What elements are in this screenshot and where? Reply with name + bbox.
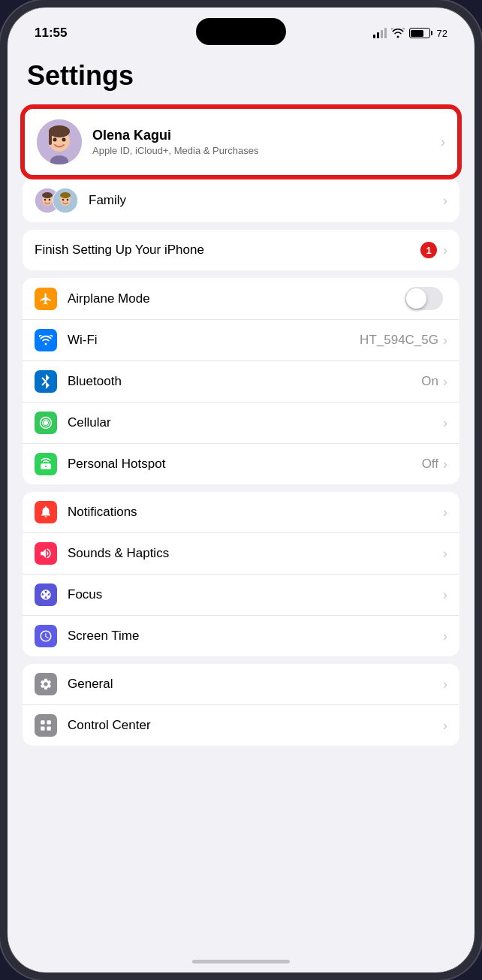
svg-point-18 — [45, 466, 47, 467]
airplane-mode-label: Airplane Mode — [68, 291, 405, 306]
general-chevron: › — [443, 677, 447, 692]
svg-point-5 — [62, 138, 66, 142]
status-icons: 72 — [373, 28, 447, 39]
wifi-row[interactable]: Wi-Fi HT_594C_5G › — [23, 320, 459, 361]
family-card[interactable]: Family › — [23, 179, 459, 222]
profile-row[interactable]: Olena Kagui Apple ID, iCloud+, Media & P… — [23, 107, 459, 177]
wifi-settings-icon — [35, 329, 57, 351]
family-row[interactable]: Family › — [23, 179, 459, 222]
svg-rect-19 — [41, 720, 44, 724]
control-center-chevron: › — [443, 718, 447, 734]
airplane-mode-row[interactable]: Airplane Mode — [23, 278, 459, 320]
hotspot-icon — [35, 453, 57, 475]
sounds-row[interactable]: Sounds & Haptics › — [23, 533, 459, 574]
control-center-row[interactable]: Control Center › — [23, 705, 459, 746]
dynamic-island — [196, 18, 286, 45]
screen-time-chevron: › — [443, 629, 447, 644]
svg-point-16 — [67, 199, 69, 201]
home-indicator — [192, 960, 290, 963]
hotspot-row[interactable]: Personal Hotspot Off › — [23, 444, 459, 484]
profile-subtitle: Apple ID, iCloud+, Media & Purchases — [92, 145, 441, 156]
bluetooth-icon — [35, 370, 57, 393]
network-settings-group: Airplane Mode Wi-Fi — [23, 278, 459, 484]
cellular-icon — [35, 412, 57, 434]
phone-frame: 11:55 — [0, 0, 482, 980]
svg-rect-22 — [47, 727, 51, 731]
family-avatars — [35, 188, 78, 213]
wifi-value: HT_594C_5G — [360, 333, 438, 348]
signal-icon — [373, 28, 387, 38]
svg-point-10 — [44, 199, 47, 201]
cellular-label: Cellular — [68, 415, 443, 430]
setup-chevron: › — [443, 243, 447, 258]
setup-label: Finish Setting Up Your iPhone — [35, 243, 420, 258]
svg-point-17 — [44, 421, 48, 425]
general-label: General — [68, 677, 443, 692]
focus-chevron: › — [443, 587, 447, 603]
control-center-icon — [35, 714, 57, 737]
hotspot-chevron: › — [443, 457, 447, 472]
family-chevron: › — [443, 193, 447, 209]
svg-point-15 — [62, 199, 65, 201]
notifications-icon — [35, 501, 57, 523]
setup-badge-area: 1 › — [420, 242, 447, 258]
svg-point-11 — [49, 199, 51, 201]
profile-avatar-svg — [37, 119, 82, 164]
screen-time-icon — [35, 625, 57, 647]
airplane-mode-toggle[interactable] — [405, 287, 443, 310]
screen-time-row[interactable]: Screen Time › — [23, 616, 459, 656]
notifications-label: Notifications — [68, 505, 443, 520]
cellular-chevron: › — [443, 415, 447, 431]
notifications-settings-group: Notifications › Sounds & Haptics › — [23, 492, 459, 656]
profile-avatar — [37, 119, 82, 164]
focus-row[interactable]: Focus › — [23, 574, 459, 616]
notifications-row[interactable]: Notifications › — [23, 492, 459, 533]
general-icon — [35, 673, 57, 695]
sounds-label: Sounds & Haptics — [68, 546, 443, 561]
setup-badge: 1 — [420, 242, 437, 258]
svg-point-9 — [42, 192, 53, 198]
focus-label: Focus — [68, 587, 443, 602]
setup-card[interactable]: Finish Setting Up Your iPhone 1 › — [23, 230, 459, 270]
bluetooth-chevron: › — [443, 374, 447, 390]
svg-point-4 — [53, 138, 57, 142]
bluetooth-value: On — [421, 374, 438, 389]
profile-info: Olena Kagui Apple ID, iCloud+, Media & P… — [92, 128, 441, 156]
page-title: Settings — [27, 60, 459, 92]
airplane-mode-icon — [35, 288, 57, 310]
battery-percent: 72 — [437, 28, 447, 39]
focus-icon — [35, 583, 57, 606]
family-avatar-2 — [53, 188, 78, 213]
bluetooth-label: Bluetooth — [68, 374, 421, 389]
battery-icon — [409, 28, 432, 38]
profile-name: Olena Kagui — [92, 128, 441, 143]
profile-chevron: › — [441, 134, 445, 150]
family-label: Family — [89, 193, 443, 208]
sounds-icon — [35, 542, 57, 565]
svg-rect-20 — [47, 720, 51, 724]
wifi-chevron: › — [443, 333, 447, 348]
control-center-label: Control Center — [68, 718, 443, 733]
svg-rect-3 — [49, 131, 52, 145]
screen-time-label: Screen Time — [68, 629, 443, 644]
wifi-icon — [391, 28, 405, 38]
screen: 11:55 — [8, 8, 474, 972]
general-settings-group: General › Control Center › — [23, 664, 459, 746]
svg-rect-21 — [41, 727, 44, 731]
wifi-label: Wi-Fi — [68, 333, 360, 348]
svg-point-2 — [49, 125, 70, 137]
bluetooth-row[interactable]: Bluetooth On › — [23, 361, 459, 403]
general-row[interactable]: General › — [23, 664, 459, 705]
hotspot-label: Personal Hotspot — [68, 457, 422, 472]
hotspot-value: Off — [422, 457, 438, 472]
sounds-chevron: › — [443, 546, 447, 562]
status-time: 11:55 — [35, 26, 67, 41]
notifications-chevron: › — [443, 505, 447, 520]
cellular-row[interactable]: Cellular › — [23, 403, 459, 444]
svg-point-14 — [60, 192, 71, 198]
settings-content[interactable]: Settings — [8, 48, 474, 972]
